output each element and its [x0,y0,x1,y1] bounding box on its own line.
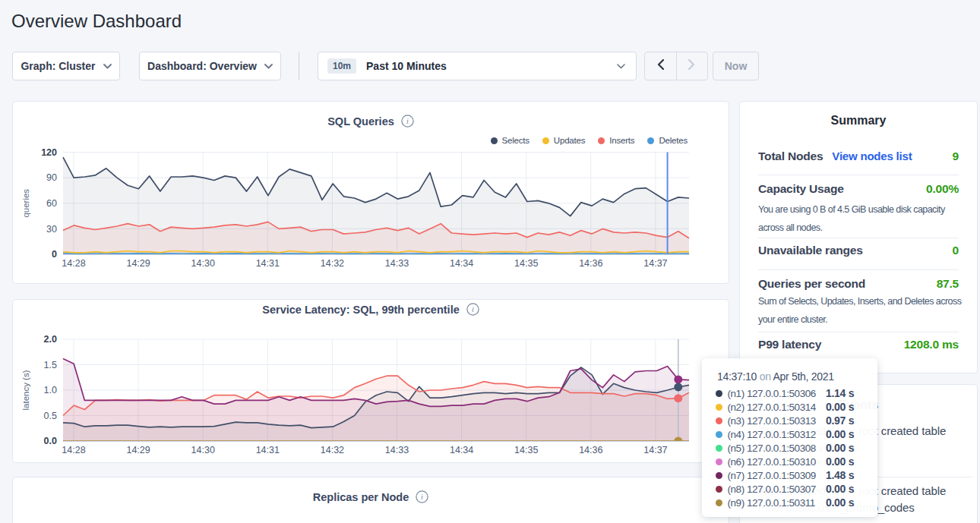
summary-row-value: 0 [953,244,959,257]
tooltip-node-row: (n4) 127.0.0.1:503120.00 s [702,427,877,441]
tooltip-node-value: 0.97 s [826,414,854,427]
svg-text:14:32: 14:32 [321,258,344,269]
summary-divider [758,238,959,238]
graph-dropdown-label: Graph: Cluster [21,60,95,72]
time-range-picker[interactable]: 10m Past 10 Minutes [318,52,637,80]
summary-row-value: 87.5 [937,277,959,291]
tooltip-node-label: (n6) 127.0.0.1:50310 [728,456,816,468]
sql-queries-chart[interactable]: 030609012014:2814:2914:3014:3114:3214:33… [13,102,730,285]
summary-row-description: Sum of Selects, Updates, Inserts, and De… [758,291,959,326]
chart-hover-tooltip: 14:37:10 on Apr 5th, 2021 (n1) 127.0.0.1… [702,358,877,517]
tooltip-node-row: (n8) 127.0.0.1:503070.00 s [702,482,877,496]
svg-text:14:28: 14:28 [62,445,85,455]
tooltip-node-row: (n5) 127.0.0.1:503080.00 s [702,441,877,455]
tooltip-node-label: (n3) 127.0.0.1:50313 [728,415,816,427]
tooltip-node-label: (n1) 127.0.0.1:50306 [728,388,816,399]
node-color-dot [716,417,722,424]
svg-text:14:31: 14:31 [256,445,280,455]
summary-row: Unavailable ranges0 [758,244,959,257]
tooltip-node-value: 0.00 s [826,401,854,413]
time-step-buttons [644,52,708,80]
tooltip-node-row: (n3) 127.0.0.1:503130.97 s [702,414,877,427]
dashboard-dropdown[interactable]: Dashboard: Overview [139,52,281,80]
tooltip-node-label: (n7) 127.0.0.1:50309 [728,470,816,481]
tooltip-timestamp: 14:37:10 on Apr 5th, 2021 [717,370,834,383]
svg-text:120: 120 [41,147,57,158]
summary-row-description: You are using 0 B of 4.5 GiB usable disk… [758,199,959,235]
svg-text:14:30: 14:30 [191,258,215,269]
node-color-dot [716,458,722,465]
svg-text:60: 60 [46,198,57,209]
svg-text:14:35: 14:35 [514,258,538,269]
node-color-dot [716,390,722,397]
chevron-down-icon [103,64,112,69]
sql-queries-panel: SQL Queries i SelectsUpdatesInsertsDelet… [12,101,729,284]
prev-time-button[interactable] [645,52,676,80]
tooltip-node-value: 0.00 s [826,496,854,509]
svg-text:14:30: 14:30 [191,445,215,455]
summary-row-label: P99 latency [758,338,821,351]
info-icon[interactable]: i [416,490,428,503]
summary-row: Capacity Usage0.00% [758,182,959,196]
dashboard-dropdown-label: Dashboard: Overview [147,60,257,72]
svg-text:i: i [421,493,423,501]
tooltip-node-row: (n6) 127.0.0.1:503100.00 s [702,455,877,468]
svg-text:14:32: 14:32 [321,445,344,455]
summary-panel: Summary Total NodesView nodes list9Capac… [739,101,978,373]
toolbar-divider [299,52,299,80]
node-color-dot [716,499,722,506]
svg-text:30: 30 [46,224,57,235]
summary-row-value: 1208.0 ms [904,338,959,351]
svg-text:14:37: 14:37 [643,445,667,455]
svg-text:0.0: 0.0 [44,436,57,446]
summary-title: Summary [740,114,977,128]
chevron-right-icon [688,59,695,73]
summary-row-value: 0.00% [926,182,959,196]
svg-text:14:29: 14:29 [126,445,150,455]
tooltip-node-row: (n1) 127.0.0.1:503061.14 s [702,386,877,400]
tooltip-node-row: (n2) 127.0.0.1:503140.00 s [702,400,877,414]
tooltip-node-label: (n9) 127.0.0.1:50311 [728,497,815,509]
view-nodes-list-link[interactable]: View nodes list [832,150,912,162]
tooltip-node-value: 0.00 s [826,442,854,454]
service-latency-chart[interactable]: 0.00.51.01.52.014:2814:2914:3014:3114:32… [13,300,730,464]
svg-text:14:37: 14:37 [643,258,667,269]
summary-row-label: Total Nodes [758,150,823,163]
chevron-down-icon [264,64,273,69]
summary-row-label: Unavailable ranges [758,244,863,257]
svg-text:2.0: 2.0 [44,334,57,345]
tooltip-node-label: (n2) 127.0.0.1:50314 [728,402,816,413]
replicas-panel: Replicas per Node i [12,477,729,523]
tooltip-node-label: (n8) 127.0.0.1:50307 [728,484,816,495]
svg-text:14:36: 14:36 [579,258,602,269]
chevron-left-icon [657,59,664,73]
svg-text:14:36: 14:36 [579,445,602,455]
svg-text:14:34: 14:34 [450,258,473,269]
time-range-badge: 10m [327,58,356,74]
time-range-label: Past 10 Minutes [366,60,447,72]
summary-divider [758,269,959,270]
tooltip-node-value: 0.00 s [826,455,854,468]
tooltip-node-value: 0.00 s [826,428,854,440]
summary-row-value: 9 [953,150,959,163]
tooltip-node-value: 1.14 s [826,387,854,399]
tooltip-node-value: 0.00 s [826,483,854,495]
service-latency-panel: Service Latency: SQL, 99th percentile i … [12,299,729,463]
node-color-dot [716,431,722,438]
svg-text:14:33: 14:33 [385,258,409,269]
graph-dropdown[interactable]: Graph: Cluster [12,52,120,80]
tooltip-node-label: (n5) 127.0.0.1:50308 [728,443,816,454]
svg-text:1.0: 1.0 [44,385,57,395]
svg-text:latency (s): latency (s) [21,370,30,410]
page-title: Overview Dashboard [11,11,182,32]
svg-text:14:33: 14:33 [385,445,409,455]
next-time-button[interactable] [676,52,708,80]
summary-divider [758,332,959,332]
summary-divider [758,175,959,175]
node-color-dot [716,486,722,493]
svg-text:14:31: 14:31 [256,258,280,269]
summary-row-label: Queries per second [758,277,865,291]
now-button[interactable]: Now [713,52,759,80]
tooltip-node-label: (n4) 127.0.0.1:50312 [728,429,816,440]
replicas-title: Replicas per Node [313,491,409,503]
